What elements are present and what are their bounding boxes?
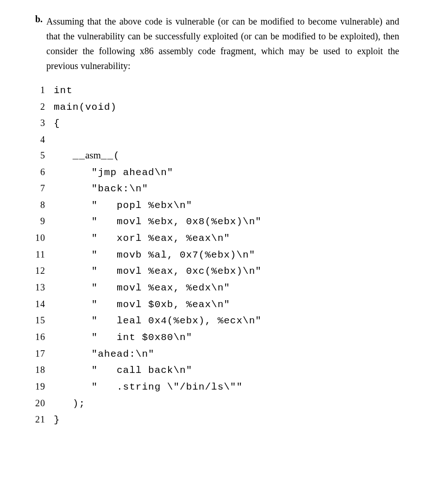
asm-keyword: asm [85,150,101,161]
line-number: 17 [23,346,54,361]
problem-statement: b. Assuming that the above code is vulne… [23,14,399,73]
problem-text: Assuming that the above code is vulnerab… [46,14,399,73]
code-text: int [54,83,73,99]
problem-label: b. [23,14,46,25]
code-text: ); [54,396,85,412]
line-number: 7 [23,181,54,196]
code-line: 3{ [23,115,399,132]
code-line: 12 " movl %eax, 0xc(%ebx)\n" [23,263,399,280]
code-line: 5 __asm__( [23,147,399,164]
code-block: 1int2main(void)3{45 __asm__(6 "jmp ahead… [23,82,399,428]
line-number: 15 [23,313,54,328]
code-text: " leal 0x4(%ebx), %ecx\n" [54,313,262,329]
code-line: 9 " movl %ebx, 0x8(%ebx)\n" [23,214,399,230]
code-text: main(void) [54,100,117,116]
line-number: 6 [23,164,54,180]
line-number: 10 [23,230,54,246]
code-text: } [54,412,60,428]
line-number: 1 [23,82,54,98]
line-number: 16 [23,329,54,345]
code-text: " .string \"/bin/ls\"" [54,379,243,396]
line-number: 20 [23,396,54,411]
code-text: " movb %al, 0x7(%ebx)\n" [54,247,255,264]
line-number: 4 [23,132,54,147]
line-number: 3 [23,115,54,131]
code-line: 11 " movb %al, 0x7(%ebx)\n" [23,247,399,264]
code-line: 6 "jmp ahead\n" [23,164,399,181]
code-line: 13 " movl %eax, %edx\n" [23,280,399,296]
code-line: 10 " xorl %eax, %eax\n" [23,230,399,247]
code-text: "ahead:\n" [54,346,155,363]
code-text: "back:\n" [54,181,148,197]
line-number: 14 [23,296,54,312]
line-number: 8 [23,197,54,213]
code-text: " movl %eax, %edx\n" [54,280,230,296]
code-text: " movl $0xb, %eax\n" [54,297,230,313]
code-text: { [54,116,60,132]
code-line: 14 " movl $0xb, %eax\n" [23,296,399,313]
code-line: 20 ); [23,396,399,412]
code-text: " call back\n" [54,363,192,379]
line-number: 18 [23,362,54,378]
line-number: 21 [23,412,54,427]
code-text: " xorl %eax, %eax\n" [54,231,230,247]
line-number: 13 [23,280,54,295]
code-text: "jmp ahead\n" [54,165,173,181]
code-line: 2main(void) [23,99,399,116]
code-text: " int $0x80\n" [54,330,192,346]
line-number: 9 [23,214,54,229]
code-line: 16 " int $0x80\n" [23,329,399,346]
code-line: 19 " .string \"/bin/ls\"" [23,379,399,396]
line-number: 19 [23,379,54,394]
code-line: 1int [23,82,399,99]
code-line: 15 " leal 0x4(%ebx), %ecx\n" [23,313,399,329]
line-number: 12 [23,263,54,278]
code-line: 21} [23,412,399,428]
code-line: 7 "back:\n" [23,181,399,197]
code-text: " popl %ebx\n" [54,198,192,214]
code-text: __asm__( [54,147,120,164]
code-line: 4 [23,132,399,147]
line-number: 2 [23,99,54,114]
code-line: 17 "ahead:\n" [23,346,399,363]
code-text: " movl %eax, 0xc(%ebx)\n" [54,264,262,280]
code-line: 8 " popl %ebx\n" [23,197,399,214]
line-number: 5 [23,148,54,163]
line-number: 11 [23,247,54,262]
code-line: 18 " call back\n" [23,362,399,379]
code-text: " movl %ebx, 0x8(%ebx)\n" [54,214,262,230]
